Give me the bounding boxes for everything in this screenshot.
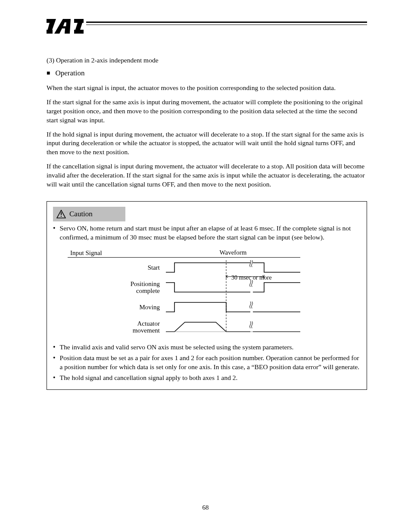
operation-heading: Operation <box>55 68 84 78</box>
caution-text: The invalid axis and valid servo ON axis… <box>60 343 361 352</box>
caution-text: Servo ON, home return and start must be … <box>60 224 361 242</box>
svg-rect-7 <box>74 30 84 34</box>
paragraph: If the hold signal is input during movem… <box>47 130 367 157</box>
timing-col-header: Input Signal <box>68 249 166 257</box>
list-item: • The invalid axis and valid servo ON ax… <box>53 343 361 352</box>
bullet-icon: • <box>53 225 56 242</box>
timing-row-label: Moving <box>68 297 166 317</box>
waveform-icon <box>166 258 300 339</box>
page-content: (3) Operation in 2-axis independent mode… <box>47 56 367 390</box>
svg-marker-3 <box>54 19 71 34</box>
bullet-icon: • <box>53 344 56 352</box>
caution-box: Caution • Servo ON, home return and star… <box>47 201 367 390</box>
timing-row-label: Actuatormovement <box>68 317 166 337</box>
page-header <box>47 21 367 35</box>
bullet-icon: • <box>53 374 56 383</box>
svg-rect-2 <box>47 30 53 34</box>
bullet-icon: • <box>53 355 56 372</box>
timing-annotation: 30 msec or more <box>231 274 272 282</box>
caution-label: Caution <box>69 209 93 219</box>
timing-diagram: Input Signal Waveform Start Positioningc… <box>68 248 361 339</box>
paragraph: If the start signal for the same axis is… <box>47 98 367 125</box>
section-heading: (3) Operation in 2-axis independent mode <box>47 56 367 65</box>
warning-icon <box>56 210 66 218</box>
list-item: • Position data must be set as a pair fo… <box>53 354 361 372</box>
caution-text: Position data must be set as a pair for … <box>60 354 361 372</box>
svg-rect-1 <box>47 19 54 23</box>
square-bullet-icon: ■ <box>47 70 50 76</box>
timing-row-label: Positioningcomplete <box>68 277 166 297</box>
list-item: • The hold signal and cancellation signa… <box>53 373 361 383</box>
header-rule <box>86 22 367 25</box>
list-item: • Servo ON, home return and start must b… <box>53 224 361 242</box>
page-number: 68 <box>0 504 411 511</box>
svg-rect-6 <box>74 19 84 23</box>
svg-rect-10 <box>61 216 62 217</box>
iai-logo <box>47 19 84 35</box>
caution-text: The hold signal and cancellation signal … <box>60 373 361 383</box>
svg-rect-9 <box>61 212 62 215</box>
paragraph: When the start signal is input, the actu… <box>47 84 367 93</box>
timing-row-label: Start <box>68 258 166 277</box>
paragraph: If the cancellation signal is input duri… <box>47 162 367 189</box>
timing-col-header: Waveform <box>166 248 300 257</box>
caution-header: Caution <box>53 207 125 221</box>
